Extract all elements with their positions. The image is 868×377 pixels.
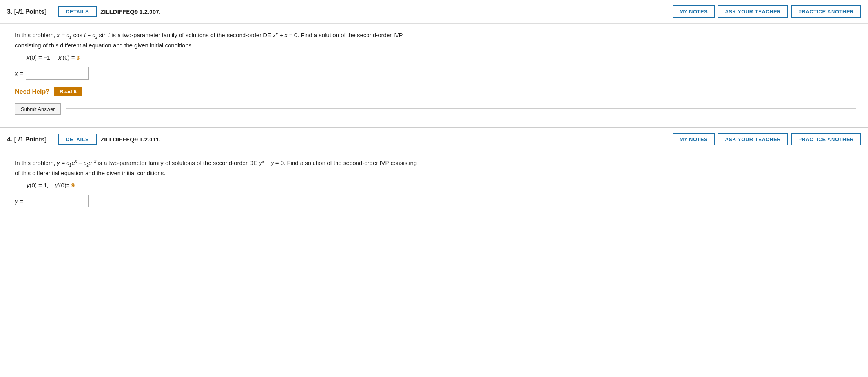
problem-4-body: In this problem, y = c1ex + c2e−x is a t… bbox=[0, 151, 868, 220]
var-label-3: x = bbox=[15, 70, 23, 77]
var-label-4: y = bbox=[15, 198, 23, 205]
problem-3-description: In this problem, x = c1 cos t + c2 sin t… bbox=[15, 31, 856, 50]
problem-3-number: 3. [-/1 Points] bbox=[7, 8, 54, 15]
problem-number-text: 3. bbox=[7, 8, 12, 15]
answer-input-4[interactable] bbox=[26, 195, 89, 207]
problem-4: 4. [-/1 Points] DETAILS ZILLDIFFEQ9 1.2.… bbox=[0, 128, 868, 227]
problem-4-number: 4. [-/1 Points] bbox=[7, 136, 54, 143]
problem-number-text-4: 4. bbox=[7, 136, 12, 143]
details-button-4[interactable]: DETAILS bbox=[58, 134, 97, 145]
problem-3: 3. [-/1 Points] DETAILS ZILLDIFFEQ9 1.2.… bbox=[0, 0, 868, 128]
problem-3-answer-row: x = bbox=[15, 67, 856, 80]
problem-points: [-/1 Points] bbox=[14, 8, 47, 15]
ask-teacher-button-3[interactable]: ASK YOUR TEACHER bbox=[718, 5, 788, 18]
problem-4-description: In this problem, y = c1ex + c2e−x is a t… bbox=[15, 158, 856, 178]
problem-4-answer-row: y = bbox=[15, 195, 856, 207]
submit-button-3[interactable]: Submit Answer bbox=[15, 103, 61, 115]
header-buttons-3: MY NOTES ASK YOUR TEACHER PRACTICE ANOTH… bbox=[673, 5, 861, 18]
read-it-button-3[interactable]: Read It bbox=[54, 87, 82, 96]
my-notes-button-3[interactable]: MY NOTES bbox=[673, 5, 715, 18]
initial-val-4: 9 bbox=[71, 182, 75, 188]
header-buttons-4: MY NOTES ASK YOUR TEACHER PRACTICE ANOTH… bbox=[673, 133, 861, 145]
details-button-3[interactable]: DETAILS bbox=[58, 6, 97, 17]
problem-3-body: In this problem, x = c1 cos t + c2 sin t… bbox=[0, 24, 868, 120]
divider-line-3 bbox=[66, 108, 856, 109]
initial-val-3: 3 bbox=[77, 54, 80, 61]
need-help-label-3: Need Help? bbox=[15, 88, 49, 95]
problem-points-4: [-/1 Points] bbox=[14, 136, 47, 143]
ask-teacher-button-4[interactable]: ASK YOUR TEACHER bbox=[718, 133, 788, 145]
problem-code-3: ZILLDIFFEQ9 1.2.007. bbox=[100, 8, 668, 15]
problem-4-initial-conditions: y(0) = 1, y′(0)= 9 bbox=[27, 182, 856, 188]
my-notes-button-4[interactable]: MY NOTES bbox=[673, 133, 715, 145]
practice-another-button-4[interactable]: PRACTICE ANOTHER bbox=[791, 133, 861, 145]
problem-code-4: ZILLDIFFEQ9 1.2.011. bbox=[100, 136, 668, 143]
problem-3-header: 3. [-/1 Points] DETAILS ZILLDIFFEQ9 1.2.… bbox=[0, 0, 868, 24]
divider-row-3: Submit Answer bbox=[15, 103, 856, 115]
need-help-row-3: Need Help? Read It bbox=[15, 87, 856, 96]
problem-4-header: 4. [-/1 Points] DETAILS ZILLDIFFEQ9 1.2.… bbox=[0, 128, 868, 151]
practice-another-button-3[interactable]: PRACTICE ANOTHER bbox=[791, 5, 861, 18]
answer-input-3[interactable] bbox=[26, 67, 89, 80]
problem-3-initial-conditions: x(0) = −1, x′(0) = 3 bbox=[27, 54, 856, 61]
